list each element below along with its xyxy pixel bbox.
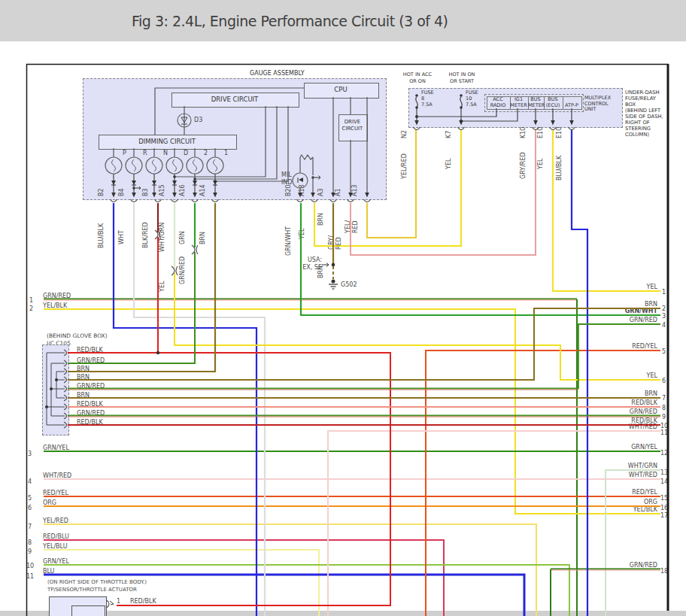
wire-r5-red-yel bbox=[426, 350, 660, 616]
wire-a14-brn-to-jc bbox=[68, 203, 215, 372]
wire-l11-blu bbox=[44, 575, 524, 616]
wire-r1-yel bbox=[553, 129, 660, 291]
wire-b2-blu-blk bbox=[114, 203, 256, 616]
indicator-bulbs bbox=[105, 157, 223, 174]
wire-jc-pin4-brn-to-r2 bbox=[68, 308, 660, 380]
diode-symbols bbox=[111, 181, 217, 185]
wiring-diagram-page: Fig 3: 2.4L, Engine Performance Circuit … bbox=[0, 0, 686, 616]
ground-g502 bbox=[322, 263, 338, 290]
wire-l7-yel-red bbox=[44, 524, 536, 616]
wire-e10-blu-blk bbox=[572, 129, 587, 616]
mil-indicator bbox=[293, 155, 320, 193]
wire-l8-red-blu bbox=[44, 540, 444, 616]
numbered-rows bbox=[44, 129, 660, 616]
wire-b4-wht bbox=[134, 203, 265, 616]
wire-a16-grn-red-to-jc bbox=[68, 252, 195, 363]
tp-sensor-pin bbox=[107, 600, 114, 608]
gauge-wires bbox=[68, 129, 660, 616]
wire-a18-yel-to-k7 bbox=[314, 129, 461, 246]
jc-c105-wires bbox=[45, 308, 660, 428]
wire-l10-grn-yel bbox=[44, 565, 569, 616]
wire-a1-gry-red-to-k10 bbox=[351, 129, 536, 255]
wire-r13-wht-grn bbox=[606, 470, 660, 616]
gauge-pin-connectors bbox=[111, 193, 371, 275]
wire-l2-yel-blk bbox=[44, 309, 660, 514]
gauge-internals bbox=[105, 88, 367, 193]
fuse-box-internals bbox=[414, 94, 575, 129]
wire-a13-yel-red-to-n2 bbox=[367, 129, 416, 238]
wiring-layer bbox=[0, 0, 686, 616]
